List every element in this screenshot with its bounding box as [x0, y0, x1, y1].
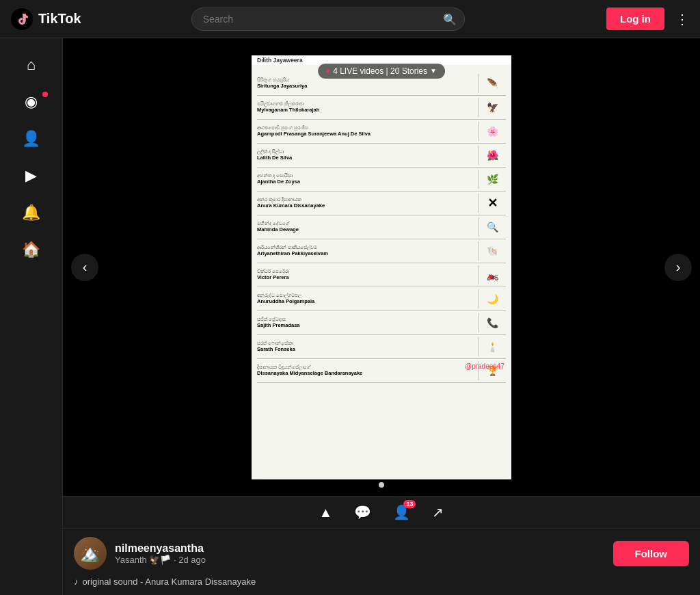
- ballot-row: වික්ටර් පෙරේරා Victor Perera 🏍️: [257, 263, 506, 287]
- live-arrow-icon: ▼: [430, 67, 437, 75]
- user-meta: nilmeenyasantha Yasanth 🦅🏳️ · 2d ago: [115, 542, 605, 565]
- following-icon: 👤: [22, 130, 40, 148]
- profile-icon: 🔔: [22, 204, 40, 222]
- ballot-row: අනුර කුමාර දිසානායක Anura Kumara Dissana…: [257, 191, 506, 215]
- bottom-info: 🏔️ nilmeenyasantha Yasanth 🦅🏳️ · 2d ago …: [63, 529, 700, 595]
- app-title: TikTok: [38, 11, 81, 27]
- live-dot: ●: [326, 67, 330, 75]
- notif-badge: 13: [403, 500, 416, 508]
- more-sidebar-icon: 🏠: [22, 241, 40, 259]
- share-icon[interactable]: ↗: [432, 504, 444, 520]
- action-bar: ▲ 💬 👤 13 ↗: [63, 496, 700, 529]
- follow-button[interactable]: Follow: [613, 541, 690, 566]
- user-subtitle: Yasanth 🦅🏳️ · 2d ago: [115, 555, 605, 565]
- more-icon[interactable]: ⋮: [675, 11, 689, 27]
- topbar-right: Log in ⋮: [606, 8, 689, 30]
- ballot-row: ආරියනේතිරන් පාකියසේල්වම් Ariyanethiran P…: [257, 239, 506, 263]
- sound-row: ♪ original sound - Anura Kumara Dissanay…: [74, 577, 689, 587]
- avatar: 🏔️: [74, 537, 107, 570]
- profile-action-icon[interactable]: 👤 13: [393, 504, 410, 520]
- sidebar: ⌂ ◉ 👤 ▶ 🔔 🏠: [0, 38, 63, 595]
- nav-next-button[interactable]: ›: [664, 254, 692, 281]
- ballot-rows: සිරිතුංග ජයසූරිය Siritunga Jayasuriya 🪶 …: [257, 72, 506, 383]
- sidebar-item-following[interactable]: 👤: [4, 123, 59, 155]
- sound-text[interactable]: original sound - Anura Kumara Dissanayak…: [83, 577, 256, 587]
- sound-icon: ♪: [74, 577, 79, 587]
- ballot-row: මයිල්වාගනම් තිලකරාජා Mylvaganam Thilokar…: [257, 96, 506, 120]
- comment-icon[interactable]: 💬: [354, 504, 371, 520]
- ballot-row: ආගම්පොඩි පුසංග සුරංජීව Agampodi Prasanga…: [257, 120, 506, 144]
- sidebar-item-explore[interactable]: ◉: [4, 86, 59, 118]
- sidebar-item-more[interactable]: 🏠: [4, 234, 59, 265]
- video-player: ● 4 LIVE videos | 20 Stories ▼ Dilith Ja…: [252, 55, 511, 479]
- ballot-content: Dilith Jayaweera සිරිතුංග ජයසූරිය Siritu…: [252, 55, 511, 479]
- ballot-row: සජිත් ප්‍රේමදාස Sajith Premadasa 📞: [257, 311, 506, 335]
- sidebar-item-live[interactable]: ▶: [4, 160, 59, 191]
- search-input[interactable]: [191, 8, 465, 31]
- ballot-row: මහින්ද දේවගේ Mahinda Dewage 🔍: [257, 215, 506, 239]
- ballot-row: අජන්ත ද සොයිසා Ajantha De Zoysa 🌿: [257, 168, 506, 191]
- main-content: ‹ ● 4 LIVE videos | 20 Stories ▼ Dilith …: [63, 38, 700, 595]
- ballot-row: ලලිත් ද සිල්වා Lalith De Silva 🌺: [257, 144, 506, 168]
- search-bar[interactable]: 🔍: [191, 8, 465, 31]
- live-banner-text: 4 LIVE videos | 20 Stories: [333, 66, 427, 76]
- ballot-row: අනුරුද්ධ පොල්ගම්පල Anuruddha Polgampala …: [257, 287, 506, 311]
- home-icon: ⌂: [27, 56, 36, 74]
- live-icon: ▶: [25, 167, 37, 185]
- topbar: TikTok 🔍 Log in ⋮: [0, 0, 700, 38]
- ballot-row: සරත් ෆොන්සේකා Sarath Fonseka 🕯️: [257, 335, 506, 359]
- nav-prev-button[interactable]: ‹: [71, 254, 98, 281]
- tiktok-logo-icon: [11, 8, 33, 30]
- video-area: ‹ ● 4 LIVE videos | 20 Stories ▼ Dilith …: [63, 38, 700, 496]
- nav-dot: [379, 482, 384, 488]
- like-icon[interactable]: ▲: [319, 505, 333, 520]
- explore-notif-dot: [42, 92, 48, 97]
- logo-area: TikTok: [11, 8, 120, 30]
- search-icon: 🔍: [443, 12, 457, 25]
- sidebar-item-profile[interactable]: 🔔: [4, 197, 59, 228]
- explore-icon: ◉: [25, 93, 38, 111]
- login-button[interactable]: Log in: [606, 8, 664, 30]
- watermark: @pradeep47: [465, 362, 504, 370]
- user-row: 🏔️ nilmeenyasantha Yasanth 🦅🏳️ · 2d ago …: [74, 537, 689, 570]
- sidebar-item-home[interactable]: ⌂: [4, 49, 59, 81]
- live-banner[interactable]: ● 4 LIVE videos | 20 Stories ▼: [318, 64, 445, 79]
- username[interactable]: nilmeenyasantha: [115, 542, 605, 555]
